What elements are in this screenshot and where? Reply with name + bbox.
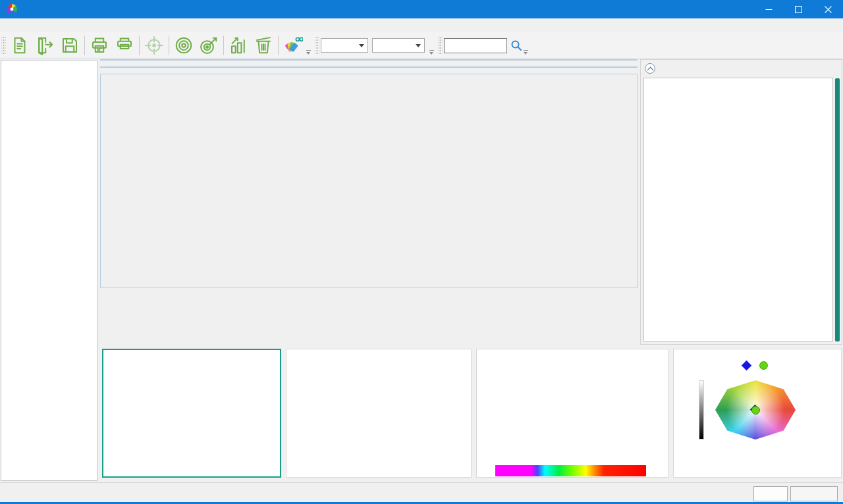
cielab-card [643,78,833,341]
new-document-icon [10,36,30,55]
print-button[interactable] [87,33,112,58]
minimize-icon [765,6,773,13]
color-card-search-button[interactable] [281,33,306,58]
toolbar-grip[interactable] [315,36,319,55]
save-icon [60,36,80,55]
toolbar-separator [223,36,224,55]
toolbar-overflow-button[interactable] [523,34,530,57]
gamut-chart-panel[interactable] [673,349,842,478]
chevron-down-icon [359,44,364,47]
standard-table-panel [100,66,638,68]
delete-button[interactable] [251,33,276,58]
status-empty-box [790,486,838,501]
sample-table-panel [100,74,638,288]
chevron-down-icon [416,44,421,47]
search-input[interactable] [444,38,507,53]
sample-tree [1,60,97,481]
spectrum-color-bar [495,465,646,476]
collapse-chevron-icon[interactable] [645,63,655,74]
trash-icon [254,36,273,55]
tolerance-table-panel [100,59,638,61]
maximize-button[interactable] [784,0,813,18]
measure-sample-button[interactable] [196,33,221,58]
minimize-button[interactable] [754,0,784,18]
color-difference-panel [640,59,842,345]
toolbar-overflow-button[interactable] [306,34,312,57]
crosshair-icon [144,36,164,55]
menu-bar [0,18,843,32]
standard-target-icon [174,36,194,55]
print-word-icon [115,36,134,55]
close-button[interactable] [813,0,843,18]
print-icon [90,36,109,55]
workspace [0,59,843,482]
toolbar-grip[interactable] [438,36,443,55]
toolbar [0,32,843,59]
open-export-icon [35,36,55,55]
save-button[interactable] [57,33,82,58]
close-icon [825,6,832,13]
trend-chart-icon [229,36,248,55]
new-document-button[interactable] [7,33,32,58]
toolbar-grip[interactable] [1,36,6,55]
auto-mode-button[interactable] [753,486,788,501]
tables-area [100,59,638,347]
sample-target-icon [199,36,219,55]
maximize-icon [795,6,802,13]
toolbar-separator [139,36,140,55]
app-logo-icon [6,3,18,15]
charts-row [100,349,843,480]
sci-mode-select[interactable] [321,38,368,53]
app-window [0,0,843,504]
status-bar [0,482,843,504]
binoculars-icon [296,38,303,41]
color-difference-header[interactable] [641,60,842,77]
calibrate-crosshair-button[interactable] [142,33,167,58]
scatter-chart-panel[interactable] [102,349,281,478]
measure-standard-button[interactable] [171,33,196,58]
toolbar-overflow-button[interactable] [429,34,435,57]
sample-point-marker [751,406,760,415]
toolbar-separator [278,36,279,55]
deltae-trend-chart-panel[interactable] [286,349,472,478]
toolbar-separator [84,36,85,55]
color-cards-icon [283,36,303,55]
panel-scrollbar[interactable] [835,78,840,341]
open-export-button[interactable] [32,33,57,58]
print-word-button[interactable] [112,33,137,58]
illuminant-observer-select[interactable] [372,38,425,53]
trend-analysis-button[interactable] [226,33,251,58]
toolbar-separator [169,36,169,55]
titlebar [0,0,843,18]
search-icon[interactable] [510,39,523,52]
spectral-chart-panel[interactable] [476,349,668,478]
